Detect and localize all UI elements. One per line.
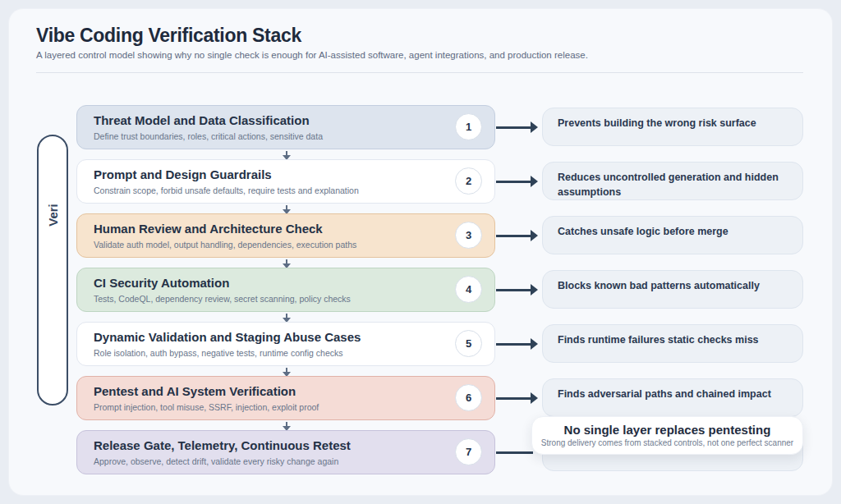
layer-number: 2 <box>466 175 471 187</box>
header-divider <box>36 72 803 73</box>
layer-subtitle: Role isolation, auth bypass, negative te… <box>94 348 478 358</box>
page-subtitle: A layered control model showing why no s… <box>36 50 588 60</box>
callout-subtitle: Strong delivery comes from stacked contr… <box>532 438 802 447</box>
layer-number-badge: 5 <box>455 330 482 357</box>
layer-box-release-gate: Release Gate, Telemetry, Continuous Rete… <box>76 430 495 474</box>
benefit-box: Blocks known bad patterns automatically <box>542 270 803 309</box>
benefit-box: Finds adversarial paths and chained impa… <box>542 378 803 417</box>
benefit-text: Prevents building the wrong risk surface <box>558 116 781 131</box>
layer-number: 3 <box>466 229 471 241</box>
stack-bracket-label: Veri <box>46 204 60 227</box>
layer-box-pentest: Pentest and AI System Verification Promp… <box>76 376 495 420</box>
layer-title: Pentest and AI System Verification <box>94 384 478 400</box>
layer-number-badge: 2 <box>455 167 482 195</box>
layer-title: Release Gate, Telemetry, Continuous Rete… <box>94 438 478 454</box>
benefit-text: Finds adversarial paths and chained impa… <box>558 387 781 402</box>
layer-subtitle: Tests, CodeQL, dependency review, secret… <box>94 294 478 304</box>
benefit-text: Finds runtime failures static checks mis… <box>558 332 781 348</box>
layer-title: CI Security Automation <box>94 276 478 291</box>
layer-number: 1 <box>466 121 471 133</box>
benefit-box: Prevents building the wrong risk surface <box>542 108 803 146</box>
diagram-canvas: Vibe Coding Verification Stack A layered… <box>0 0 841 504</box>
layer-subtitle: Approve, observe, detect drift, validate… <box>94 456 478 466</box>
layer-number: 6 <box>466 392 471 404</box>
benefit-box: Catches unsafe logic before merge <box>542 216 803 254</box>
flow-right-arrow-icon <box>496 176 539 187</box>
benefit-text: Reduces uncontrolled generation and hidd… <box>558 170 781 199</box>
layer-box-prompt-guardrails: Prompt and Design Guardrails Constrain s… <box>76 159 495 204</box>
layer-number: 5 <box>466 337 471 350</box>
stack-bracket <box>37 135 68 405</box>
flow-right-arrow-icon <box>496 230 539 241</box>
layer-number-badge: 6 <box>455 384 482 411</box>
flow-right-arrow-icon <box>496 338 539 350</box>
layer-subtitle: Prompt injection, tool misuse, SSRF, inj… <box>94 402 478 412</box>
benefit-text: Catches unsafe logic before merge <box>558 224 781 240</box>
flow-right-arrow-icon <box>496 121 539 133</box>
layer-subtitle: Define trust boundaries, roles, critical… <box>94 131 478 141</box>
flow-right-arrow-icon <box>496 392 539 404</box>
layer-title: Dynamic Validation and Staging Abuse Cas… <box>94 330 478 346</box>
layer-number-badge: 1 <box>455 113 482 140</box>
layer-number: 7 <box>466 446 471 458</box>
benefit-text: Blocks known bad patterns automatically <box>558 278 781 294</box>
flow-right-arrow-icon <box>496 284 539 296</box>
page-title: Vibe Coding Verification Stack <box>36 25 301 47</box>
layer-box-threat-model: Threat Model and Data Classification Def… <box>76 105 495 149</box>
layer-title: Prompt and Design Guardrails <box>94 167 478 183</box>
callout-title: No single layer replaces pentesting <box>532 423 802 437</box>
layer-box-human-review: Human Review and Architecture Check Vali… <box>76 213 495 258</box>
pentesting-callout: No single layer replaces pentesting Stro… <box>531 416 803 455</box>
layer-number: 4 <box>466 283 471 296</box>
benefit-box: Finds runtime failures static checks mis… <box>542 324 803 363</box>
layer-number-badge: 3 <box>455 222 482 249</box>
benefit-box: Reduces uncontrolled generation and hidd… <box>542 162 803 200</box>
layer-subtitle: Constrain scope, forbid unsafe defaults,… <box>94 186 478 195</box>
layer-number-badge: 4 <box>455 276 482 303</box>
layer-box-ci-security: CI Security Automation Tests, CodeQL, de… <box>76 268 495 312</box>
layer-box-dynamic-validation: Dynamic Validation and Staging Abuse Cas… <box>76 322 495 366</box>
layer-subtitle: Validate auth model, output handling, de… <box>94 240 478 250</box>
layer-title: Threat Model and Data Classification <box>94 113 478 129</box>
layer-title: Human Review and Architecture Check <box>94 222 478 237</box>
layer-number-badge: 7 <box>455 438 482 465</box>
